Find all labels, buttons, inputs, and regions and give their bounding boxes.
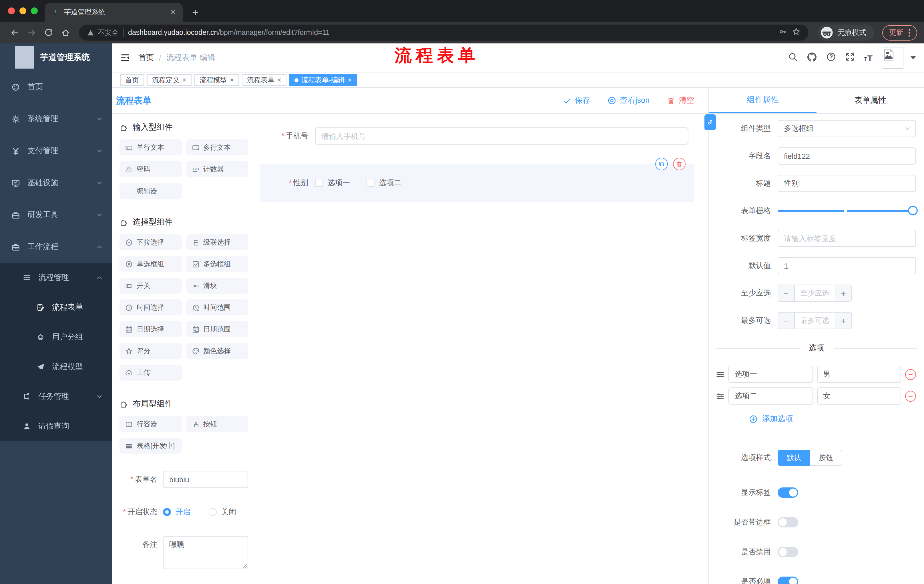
gender-option-1-checkbox[interactable]: 选项一 bbox=[315, 178, 350, 188]
stepper-plus-button[interactable]: + bbox=[835, 285, 851, 301]
sidebar-item-task-mgmt[interactable]: 任务管理 bbox=[0, 382, 112, 411]
palette-item-date-picker[interactable]: 日期选择 bbox=[119, 321, 182, 337]
bookmark-star-icon[interactable] bbox=[792, 28, 800, 38]
add-option-button[interactable]: 添加选项 bbox=[749, 414, 924, 424]
security-warning[interactable]: 不安全 bbox=[87, 28, 118, 38]
field-name-input[interactable] bbox=[778, 147, 916, 165]
user-avatar[interactable] bbox=[882, 47, 903, 69]
copy-component-button[interactable] bbox=[655, 158, 668, 170]
palette-item-radio-group[interactable]: 单选框组 bbox=[119, 256, 182, 272]
sidebar-item-process-model[interactable]: 流程模型 bbox=[0, 352, 112, 382]
palette-item-switch[interactable]: 开关 bbox=[119, 278, 182, 294]
close-icon[interactable]: × bbox=[230, 77, 234, 84]
option-1-label-input[interactable] bbox=[728, 366, 813, 383]
update-browser-button[interactable]: 更新 bbox=[882, 25, 917, 40]
palette-item-button[interactable]: 按钮 bbox=[186, 416, 248, 432]
palette-item-color-picker[interactable]: 颜色选择 bbox=[186, 343, 248, 359]
delete-component-button[interactable] bbox=[673, 158, 686, 170]
default-value-input[interactable] bbox=[778, 257, 916, 274]
view-json-button[interactable]: 查看json bbox=[607, 95, 650, 106]
sidebar-item-leave-query[interactable]: 请假查询 bbox=[0, 411, 112, 441]
tag-process-form[interactable]: 流程表单× bbox=[242, 74, 287, 86]
form-remark-textarea[interactable]: 嘿嘿 bbox=[163, 536, 248, 569]
minimize-window-button[interactable] bbox=[20, 7, 26, 14]
palette-item-rate[interactable]: 评分 bbox=[119, 343, 182, 359]
palette-item-counter[interactable]: 123计数器 bbox=[186, 161, 248, 177]
option-2-value-input[interactable] bbox=[817, 387, 901, 405]
style-default-button[interactable]: 默认 bbox=[778, 450, 810, 466]
tab-close-icon[interactable]: ✕ bbox=[170, 8, 176, 16]
forward-icon[interactable] bbox=[24, 28, 39, 38]
palette-item-single-text[interactable]: 单行文本 bbox=[119, 140, 182, 155]
close-icon[interactable]: × bbox=[182, 77, 186, 84]
tag-process-model[interactable]: 流程模型× bbox=[195, 74, 239, 86]
palette-item-date-range[interactable]: 日期范围 bbox=[186, 321, 248, 337]
home-icon[interactable] bbox=[58, 28, 73, 37]
required-toggle[interactable] bbox=[778, 577, 798, 584]
sidebar-item-process-mgmt[interactable]: 流程管理 bbox=[0, 263, 112, 293]
help-icon[interactable] bbox=[826, 52, 836, 63]
tag-process-definition[interactable]: 流程定义× bbox=[147, 74, 191, 86]
caret-down-icon[interactable] bbox=[910, 56, 916, 59]
palette-item-upload[interactable]: 上传 bbox=[119, 365, 182, 380]
sidebar-item-system[interactable]: 系统管理 bbox=[0, 103, 112, 135]
sidebar-item-infrastructure[interactable]: 基础设施 bbox=[0, 167, 112, 199]
drag-handle-icon[interactable] bbox=[716, 370, 724, 378]
collapse-sidebar-icon[interactable] bbox=[120, 53, 130, 63]
option-1-value-input[interactable] bbox=[817, 366, 901, 383]
option-2-label-input[interactable] bbox=[728, 387, 813, 405]
palette-item-row-container[interactable]: 行容器 bbox=[119, 416, 182, 432]
status-on-radio[interactable]: 开启 bbox=[163, 507, 190, 517]
search-icon[interactable] bbox=[788, 52, 797, 63]
stepper-minus-button[interactable]: − bbox=[778, 285, 795, 301]
tab-form-props[interactable]: 表单属性 bbox=[817, 88, 924, 113]
title-input[interactable] bbox=[778, 175, 916, 192]
gender-option-2-checkbox[interactable]: 选项二 bbox=[366, 178, 401, 188]
sidebar-item-user-group[interactable]: 用户分组 bbox=[0, 322, 112, 352]
palette-item-editor[interactable]: 编辑器 bbox=[119, 183, 182, 199]
canvas-field-phone[interactable]: *手机号 bbox=[253, 127, 708, 145]
key-icon[interactable] bbox=[779, 28, 787, 38]
fullscreen-icon[interactable] bbox=[845, 52, 855, 63]
label-width-input[interactable] bbox=[778, 230, 916, 247]
form-name-input[interactable] bbox=[163, 471, 248, 488]
palette-item-checkbox-group[interactable]: 多选框组 bbox=[186, 256, 248, 272]
status-off-radio[interactable]: 关闭 bbox=[209, 507, 236, 517]
phone-input[interactable] bbox=[315, 127, 688, 145]
reload-icon[interactable] bbox=[41, 28, 56, 37]
breadcrumb-home[interactable]: 首页 bbox=[139, 53, 154, 63]
tag-process-form-edit[interactable]: 流程表单-编辑× bbox=[289, 74, 357, 86]
sidebar-item-payment[interactable]: 支付管理 bbox=[0, 135, 112, 167]
palette-item-password[interactable]: 密码 bbox=[119, 161, 182, 177]
save-button[interactable]: 保存 bbox=[563, 95, 590, 106]
min-select-value[interactable]: 至少应选 bbox=[795, 285, 835, 301]
remove-option-button[interactable]: − bbox=[905, 369, 916, 380]
close-icon[interactable]: × bbox=[348, 77, 351, 84]
max-select-value[interactable]: 最多可选 bbox=[795, 313, 835, 329]
stepper-plus-button[interactable]: + bbox=[835, 313, 851, 329]
palette-item-time-picker[interactable]: 时间选择 bbox=[119, 299, 182, 316]
style-button-button[interactable]: 按钮 bbox=[810, 450, 842, 466]
palette-item-time-range[interactable]: 时间范围 bbox=[186, 299, 248, 316]
grid-slider[interactable] bbox=[778, 202, 916, 219]
sidebar-item-process-form[interactable]: 流程表单 bbox=[0, 293, 112, 322]
palette-item-cascade[interactable]: 级联选择 bbox=[186, 234, 248, 250]
close-window-button[interactable] bbox=[8, 7, 15, 14]
tab-component-props[interactable]: 组件属性 bbox=[709, 88, 817, 113]
stepper-minus-button[interactable]: − bbox=[778, 313, 795, 329]
github-icon[interactable] bbox=[807, 52, 817, 64]
slider-handle[interactable] bbox=[908, 206, 918, 216]
palette-item-table[interactable]: 表格[开发中] bbox=[119, 438, 182, 454]
link-tag-button[interactable] bbox=[705, 114, 716, 130]
palette-item-multi-text[interactable]: 多行文本 bbox=[186, 140, 248, 155]
address-bar[interactable]: 不安全 dashboard.yudao.iocoder.cn/bpm/manag… bbox=[79, 25, 808, 41]
resize-handle[interactable] bbox=[243, 564, 247, 569]
show-label-toggle[interactable] bbox=[778, 487, 798, 498]
palette-item-dropdown[interactable]: 下拉选择 bbox=[119, 234, 182, 250]
canvas-field-gender-selected[interactable]: *性别 选项一 选项二 bbox=[260, 164, 694, 202]
zoom-window-button[interactable] bbox=[31, 7, 38, 14]
new-tab-button[interactable]: + bbox=[192, 7, 198, 18]
clear-button[interactable]: 清空 bbox=[667, 95, 694, 106]
font-size-icon[interactable]: TT bbox=[864, 53, 873, 63]
browser-menu-icon[interactable] bbox=[909, 29, 910, 36]
